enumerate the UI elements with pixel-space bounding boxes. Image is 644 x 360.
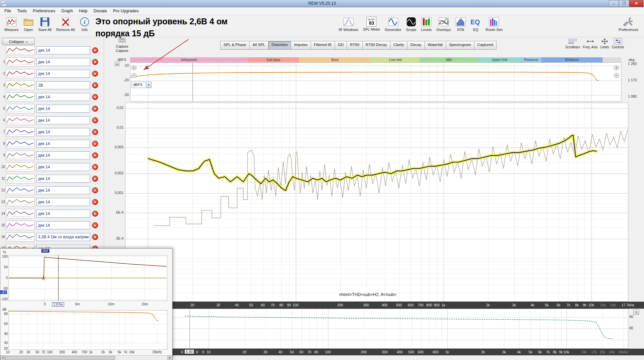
scroll-right-icon[interactable]: ► — [168, 356, 172, 360]
mini-chart-plot[interactable] — [130, 63, 621, 101]
generator-button[interactable]: Generator — [382, 16, 404, 32]
axis-scroll-up-button[interactable]: ▲ — [115, 62, 119, 66]
measurement-name-input[interactable] — [36, 81, 90, 89]
levels-button[interactable]: Levels — [419, 16, 434, 32]
measurement-name-input[interactable] — [36, 198, 90, 206]
save-all-button[interactable]: Save All — [36, 16, 54, 32]
measurement-thumbnail[interactable] — [6, 104, 35, 113]
measurement-name-input[interactable] — [36, 175, 90, 183]
measurement-name-input[interactable] — [36, 46, 90, 54]
preferences-button[interactable]: Preferences — [616, 16, 641, 32]
measurement-name-input[interactable] — [36, 140, 90, 148]
mini-zoom-out-button[interactable]: − — [131, 73, 136, 78]
open-button[interactable]: Open — [21, 16, 36, 32]
tab-spectrogram[interactable]: Spectrogram — [446, 41, 474, 50]
measurement-thumbnail[interactable] — [6, 232, 35, 242]
delete-measurement-button[interactable]: ✕ — [92, 82, 98, 88]
delete-measurement-button[interactable]: ✕ — [92, 199, 98, 205]
tab-spl-phase[interactable]: SPL & Phase — [220, 41, 250, 50]
delete-measurement-button[interactable]: ✕ — [92, 141, 98, 147]
measurement-thumbnail[interactable] — [6, 69, 35, 78]
mini-zoom-in-button[interactable]: + — [131, 65, 136, 70]
delete-measurement-button[interactable]: ✕ — [92, 129, 98, 135]
delete-measurement-button[interactable]: ✕ — [92, 152, 98, 158]
overlay-plot[interactable] — [0, 249, 172, 355]
room-sim-button[interactable]: Room Sim — [483, 16, 505, 32]
scope-button[interactable]: Scope — [404, 16, 419, 32]
capture-button[interactable]: Capture Capture — [110, 38, 134, 53]
menu-item-file[interactable]: File — [1, 8, 14, 14]
scrollbars-button[interactable]: Scrollbars — [565, 38, 580, 49]
ir-windows-button[interactable]: IR Windows — [336, 16, 361, 32]
menu-item-donate[interactable]: Donate — [90, 8, 110, 14]
measurement-thumbnail[interactable] — [6, 139, 35, 148]
menu-item-preferences[interactable]: Preferences — [30, 8, 58, 14]
tab-distortion[interactable]: Distortion — [269, 41, 291, 50]
measurement-thumbnail[interactable] — [6, 186, 35, 195]
measurement-name-input[interactable] — [36, 210, 90, 218]
overlay-charts[interactable] — [0, 249, 172, 355]
freq-axis-button[interactable]: Freq. Axis — [583, 38, 597, 49]
spl-meter-button[interactable]: dB SPL83SPL Meter — [361, 16, 383, 32]
measurement-name-input[interactable] — [36, 186, 90, 194]
mini-chart-unit-select[interactable]: dBFS ▼ — [131, 82, 151, 88]
measurement-thumbnail[interactable] — [6, 174, 35, 183]
measurement-name-input[interactable] — [36, 93, 90, 101]
measurement-thumbnail[interactable] — [6, 209, 35, 218]
main-chart-plot[interactable] — [125, 103, 628, 301]
tab-filtered-ir[interactable]: Filtered IR — [311, 41, 335, 50]
close-button[interactable]: ✕ — [629, 0, 643, 7]
mini-zoom-in-right-button[interactable]: + — [614, 65, 619, 70]
delete-measurement-button[interactable]: ✕ — [92, 71, 98, 77]
measurement-thumbnail[interactable] — [6, 116, 35, 125]
rta-button[interactable]: RTA — [453, 16, 468, 32]
tab-all-spl[interactable]: All SPL — [250, 41, 269, 50]
tab-clarity[interactable]: Clarity — [390, 41, 408, 50]
tab-decay[interactable]: Decay — [407, 41, 425, 50]
delete-measurement-button[interactable]: ✕ — [92, 222, 98, 228]
delete-measurement-button[interactable]: ✕ — [92, 187, 98, 193]
bottom-chart-scroll-button[interactable]: ⇅ — [633, 310, 639, 315]
collapse-button[interactable]: Collapse « — [2, 38, 35, 45]
tab-waterfall[interactable]: Waterfall — [425, 41, 446, 50]
tab-rt60[interactable]: RT60 — [347, 41, 363, 50]
measurement-thumbnail[interactable] — [6, 197, 35, 207]
measurement-name-input[interactable] — [36, 151, 90, 159]
measurement-thumbnail[interactable] — [6, 46, 35, 55]
delete-measurement-button[interactable]: ✕ — [92, 47, 98, 53]
measurement-name-input[interactable] — [36, 233, 90, 241]
overlays-button[interactable]: Overlays — [434, 16, 453, 32]
mini-chart[interactable] — [130, 62, 621, 102]
tab-captured[interactable]: Captured — [474, 41, 497, 50]
delete-measurement-button[interactable]: ✕ — [92, 164, 98, 170]
overlay-scrollbar[interactable]: ◄ ► — [0, 355, 172, 360]
controls-button[interactable]: Controls — [612, 38, 624, 49]
measurement-name-input[interactable] — [36, 58, 90, 66]
measurement-name-input[interactable] — [36, 128, 90, 136]
measurement-thumbnail[interactable] — [6, 92, 35, 102]
info-button[interactable]: iInfo — [77, 16, 92, 32]
mini-zoom-out-right-button[interactable]: − — [614, 73, 619, 78]
menu-item-pro-upgrades[interactable]: Pro Upgrades — [110, 8, 142, 14]
menu-item-graph[interactable]: Graph — [58, 8, 76, 14]
delete-measurement-button[interactable]: ✕ — [92, 176, 98, 182]
delete-measurement-button[interactable]: ✕ — [92, 234, 98, 240]
measurement-name-input[interactable] — [36, 163, 90, 171]
measurement-thumbnail[interactable] — [6, 127, 35, 137]
measure-button[interactable]: Measure — [2, 16, 21, 32]
bottom-chart[interactable] — [125, 309, 628, 349]
measurement-name-input[interactable] — [36, 116, 90, 124]
maximize-button[interactable]: ❐ — [619, 0, 629, 7]
menu-item-help[interactable]: Help — [76, 8, 91, 14]
measurement-thumbnail[interactable] — [6, 221, 35, 230]
measurement-thumbnail[interactable] — [6, 162, 35, 172]
limits-button[interactable]: Limits — [600, 38, 609, 49]
scroll-left-icon[interactable]: ◄ — [0, 356, 5, 360]
tab-gd[interactable]: GD — [335, 41, 347, 50]
measurement-name-input[interactable] — [36, 70, 90, 78]
delete-measurement-button[interactable]: ✕ — [92, 117, 98, 123]
tab-impulse[interactable]: Impulse — [291, 41, 311, 50]
measurement-name-input[interactable] — [36, 105, 90, 113]
measurement-thumbnail[interactable] — [6, 81, 35, 90]
measurement-thumbnail[interactable] — [6, 57, 35, 67]
